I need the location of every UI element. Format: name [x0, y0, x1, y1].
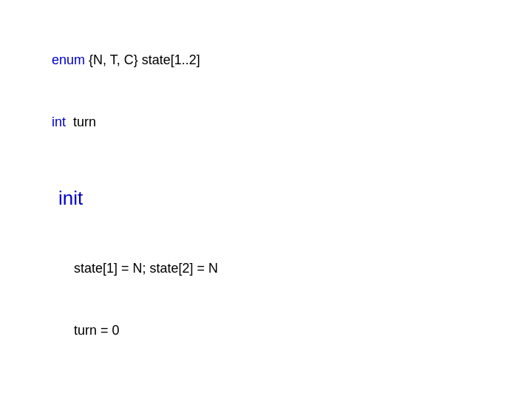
init-keyword: init [58, 187, 83, 209]
int-line: int turn [37, 92, 495, 154]
enum-line: enum {N, T, C} state[1..2] [37, 30, 495, 92]
int-rest: turn [66, 115, 96, 129]
enum-rest: {N, T, C} state[1..2] [85, 52, 200, 67]
code-block: enum {N, T, C} state[1..2] int turn init… [37, 30, 495, 399]
enum-keyword: enum [52, 52, 85, 67]
init-state-line: state[1] = N; state[2] = N [74, 261, 218, 276]
init-line1: state[1] = N; state[2] = N [37, 239, 495, 301]
init-line2: turn = 0 [37, 300, 495, 362]
init-keyword-line: init [37, 157, 495, 238]
init-turn-line: turn = 0 [74, 323, 120, 338]
int-keyword: int [52, 115, 66, 129]
trans-keyword-line: trans [37, 366, 495, 399]
trans-keyword: trans [58, 395, 101, 399]
